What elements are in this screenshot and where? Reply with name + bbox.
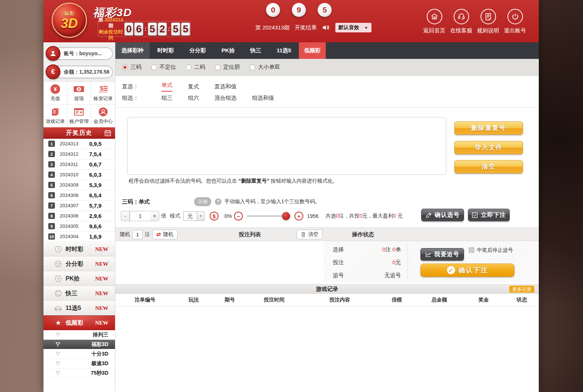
sound-effect-dropdown[interactable]: 默认音效 ▼ (335, 23, 371, 32)
check-square-icon (472, 212, 478, 218)
mode-hunhezuxuan[interactable]: 混合组选 (214, 95, 237, 102)
clear-textarea-button[interactable]: 清空 (454, 160, 523, 173)
money-mode-select[interactable]: 元 ▼ (183, 211, 205, 221)
sidebar-subitem-label: 福彩3D (91, 341, 108, 348)
more-records-button[interactable]: 更多记录 (509, 286, 534, 293)
rules-icon (481, 9, 496, 24)
sidebar-subitem-fucai3d[interactable]: 福彩3D (43, 340, 115, 349)
radio-sanma[interactable]: 三码 (122, 64, 142, 71)
multiplier-input[interactable] (130, 211, 150, 221)
bet-list-title: 投注列表 (239, 231, 261, 238)
balance-pill[interactable]: € 余额：1,352,178.58 (46, 66, 113, 78)
shuffle-icon: ⇄ (156, 231, 161, 238)
tab-fenfencai[interactable]: 分分彩 (182, 42, 214, 59)
rebate-slider[interactable] (247, 215, 291, 217)
radio-daxiaodanshuang[interactable]: 大小单双 (249, 64, 280, 71)
countdown-digit: 0 (124, 22, 133, 36)
import-file-button[interactable]: 导入文件 (454, 141, 523, 154)
documents-icon (51, 107, 60, 117)
withdraw-button[interactable]: ¥ 提现 (67, 82, 91, 105)
new-badge: NEW (95, 305, 108, 311)
mode-fushi[interactable]: 复式 (188, 83, 199, 90)
mode-zhixuanhezhi[interactable]: 直选和值 (214, 83, 237, 90)
nav-label: 退出账号 (502, 27, 528, 34)
sidebar-item-pk10[interactable]: PK拾 NEW (43, 271, 115, 286)
numbers-input-textarea[interactable] (127, 117, 446, 175)
history-row: 820243062,9,6 (43, 211, 115, 221)
chase-number-button[interactable]: 我要追号 (420, 248, 464, 261)
speaker-icon[interactable] (322, 24, 330, 31)
mode-zuliu[interactable]: 组六 (188, 95, 199, 102)
tab-kuaisan[interactable]: 快三 (242, 42, 269, 59)
tab-dipincai[interactable]: 低频彩 (299, 42, 326, 59)
divider (115, 107, 539, 108)
mode-zuxuanhezhi[interactable]: 组选和值 (252, 95, 274, 102)
sidebar-item-shishicai[interactable]: 时时彩 NEW (43, 242, 115, 257)
random-label: 随机 (120, 231, 130, 238)
remove-duplicates-button[interactable]: 删除重复号 (454, 121, 523, 135)
radio-budingwei[interactable]: 不定位 (151, 64, 176, 71)
slider-knob[interactable] (282, 212, 290, 220)
nav-home-button[interactable]: 返回首页 (421, 9, 448, 34)
entry-title: 三码：单式 (122, 198, 194, 205)
tab-shishicai[interactable]: 时时彩 (150, 42, 182, 59)
tab-select-lottery[interactable]: 选择彩种 (115, 42, 150, 59)
nav-rules-button[interactable]: 规则说明 (475, 9, 502, 34)
bet-now-button[interactable]: 立即下注 (468, 209, 510, 221)
sidebar-item-dipincai[interactable]: ★ 低频彩 NEW (43, 315, 115, 330)
tab-11xuan5[interactable]: 11选5 (269, 42, 299, 59)
money-mode-value: 元 (184, 212, 197, 220)
clear-list-button[interactable]: 清空 (297, 230, 322, 239)
sidebar-subitem-shifen3d[interactable]: 十分3D (43, 349, 115, 359)
new-badge: NEW (95, 261, 108, 267)
main-content: 选择彩种 时时彩 分分彩 PK拾 快三 11选5 低频彩 三码 不定位 二码 定… (115, 42, 539, 392)
countdown-digit: 5 (181, 22, 190, 36)
rebate-plus-button[interactable]: + (294, 212, 303, 220)
svg-text:¥: ¥ (78, 87, 80, 91)
radio-erma[interactable]: 二码 (186, 64, 205, 71)
recharge-button[interactable]: ¥ 充值 (43, 82, 67, 105)
help-icon[interactable]: ? (215, 198, 221, 205)
game-tabs: 选择彩种 时时彩 分分彩 PK拾 快三 11选5 低频彩 (115, 42, 539, 59)
confirm-pick-button[interactable]: 确认选号 (421, 209, 464, 221)
user-icon (46, 46, 60, 61)
history-row: 620243086,5,4 (43, 190, 115, 201)
multiplier-minus-button[interactable]: - (121, 211, 130, 221)
game-records-title: 游戏记录 (316, 286, 338, 292)
stop-chase-checkbox[interactable] (469, 247, 474, 253)
dollar-toggle-button[interactable]: $ (210, 212, 219, 220)
rebate-minus-button[interactable]: − (234, 212, 243, 220)
history-numbers: 2,9,6 (89, 213, 101, 219)
history-period: 2024313 (60, 141, 85, 146)
sidebar-item-label: 分分彩 (66, 260, 83, 268)
star-icon: ★ (54, 319, 63, 327)
mode-zusan[interactable]: 组三 (161, 95, 172, 102)
sidebar-item-fenfencai[interactable]: 分分彩 NEW (43, 257, 115, 271)
random-count-input[interactable] (132, 230, 143, 239)
account-manage-button[interactable]: 账户管理 (67, 105, 91, 127)
tab-pk10[interactable]: PK拾 (214, 42, 242, 59)
multiplier-plus-button[interactable]: + (150, 211, 159, 221)
account-change-log-button[interactable]: $ 账变记录 (91, 82, 115, 105)
example-button[interactable]: 示例 (194, 197, 211, 206)
headset-icon (454, 9, 469, 24)
sidebar-subitem-jisu3d[interactable]: 极速3D (43, 359, 115, 368)
nav-service-button[interactable]: 在线客服 (448, 9, 475, 34)
sidebar-item-11xuan5[interactable]: 11选5 NEW (43, 301, 115, 315)
history-row: 920243059,6,6 (43, 221, 115, 232)
sidebar-item-kuaisan[interactable]: 快三 NEW (43, 286, 115, 301)
trophy-icon (55, 361, 61, 366)
chart-icon (425, 252, 432, 257)
countdown-label: 剩余投注时间 (99, 29, 123, 40)
game-record-button[interactable]: 游戏记录 (43, 105, 67, 127)
sidebar-subitem-pailie3[interactable]: 排列三 (43, 330, 115, 340)
sidebar-subitem-75miao3d[interactable]: 75秒3D (43, 368, 115, 378)
member-center-button[interactable]: 会员中心 (91, 105, 115, 127)
mode-danshi[interactable]: 单式 (161, 82, 172, 92)
confirm-bet-button[interactable]: ✓ 确认下注 (420, 264, 514, 277)
history-row: 420243106,0,3 (43, 170, 115, 180)
random-button[interactable]: ⇄ 随机 (152, 230, 178, 239)
nav-logout-button[interactable]: 退出账号 (502, 9, 528, 34)
account-pill[interactable]: 账号：boyuyo... (46, 47, 113, 60)
radio-dingweidan[interactable]: 定位胆 (215, 64, 240, 71)
